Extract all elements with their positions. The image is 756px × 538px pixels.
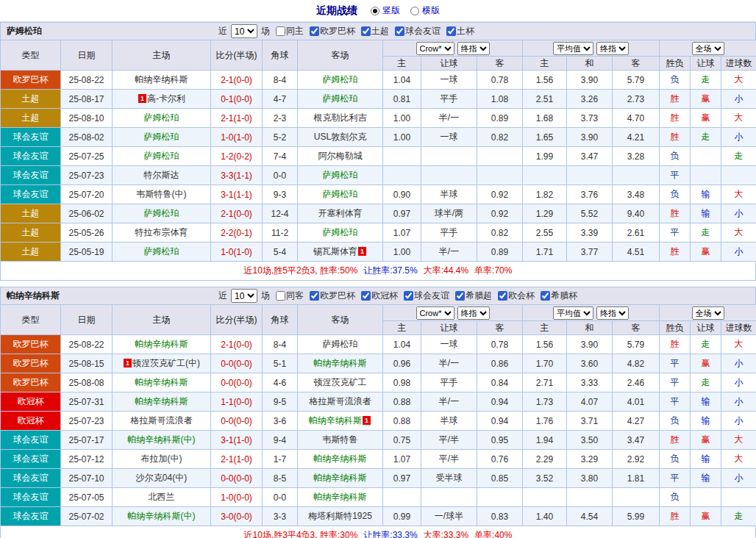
checkbox-input[interactable] (310, 291, 319, 301)
away-team-name[interactable]: 帕纳辛纳科斯 (314, 358, 367, 368)
score-cell[interactable]: 2-1(1-0) (211, 109, 263, 128)
checkbox-input[interactable] (455, 291, 465, 301)
away-team-name[interactable]: 帕纳辛纳科斯 (314, 492, 367, 502)
away-team-name[interactable]: 锡瓦斯体育 (313, 246, 357, 257)
filter-checkbox[interactable]: 希腊杯 (541, 290, 577, 302)
home-team-name[interactable]: 萨姆松珀 (144, 112, 179, 123)
home-team-name[interactable]: 萨姆松珀 (144, 246, 179, 257)
checkbox-input[interactable] (498, 291, 507, 301)
home-team-name[interactable]: 萨姆松珀 (144, 208, 179, 218)
score-cell[interactable]: 0-0(0-0) (211, 469, 263, 488)
odds-source-select[interactable]: 终指 (596, 42, 629, 55)
away-team-name[interactable]: 梅塔利斯特1925 (308, 511, 372, 521)
home-team-name[interactable]: 帕纳辛纳科斯 (135, 377, 188, 387)
checkbox-input[interactable] (404, 291, 413, 301)
score-cell[interactable]: 2-1(0-0) (211, 204, 263, 223)
filter-checkbox[interactable]: 同客 (276, 290, 304, 302)
home-team-name[interactable]: 萨姆松珀 (144, 132, 179, 142)
filter-checkbox[interactable]: 希腊超 (455, 290, 492, 302)
away-team-name[interactable]: 萨姆松珀 (323, 170, 358, 180)
away-team-name[interactable]: 萨姆松珀 (323, 93, 358, 104)
score-cell[interactable]: 0-0(0-0) (211, 412, 263, 431)
layout-radio-option[interactable]: 竖版 (371, 4, 400, 17)
score-cell[interactable]: 2-1(1-0) (211, 450, 263, 469)
away-team-name[interactable]: 格拉斯哥流浪者 (310, 396, 371, 406)
away-team-name[interactable]: 帕纳辛纳科斯 (314, 453, 367, 464)
checkbox-input[interactable] (276, 291, 285, 301)
odds-source-select[interactable]: 全场 (692, 42, 724, 55)
checkbox-input[interactable] (446, 26, 456, 36)
away-team-name[interactable]: 萨姆松珀 (323, 74, 358, 85)
checkbox-input[interactable] (361, 26, 371, 36)
away-team-name[interactable]: 开塞利体育 (318, 208, 363, 218)
checkbox-input[interactable] (310, 26, 319, 36)
home-team-name[interactable]: 帕纳辛纳科斯 (135, 74, 188, 85)
checkbox-input[interactable] (395, 26, 404, 36)
home-team-name[interactable]: 特拉布宗体育 (135, 227, 188, 237)
score-cell[interactable]: 0-1(0-0) (211, 90, 263, 109)
radio-icon[interactable] (410, 7, 419, 15)
away-team-name[interactable]: 阿尔梅勒城 (318, 151, 363, 161)
away-team-name[interactable]: 韦斯特鲁 (323, 434, 358, 445)
score-cell[interactable]: 1-0(0-0) (211, 488, 263, 507)
odds-source-select[interactable]: Crow* (416, 306, 454, 320)
layout-radio-option[interactable]: 横版 (410, 4, 440, 17)
score-cell[interactable]: 1-1(0-0) (211, 392, 263, 412)
odds-source-select[interactable]: 终指 (457, 306, 490, 320)
match-count-select[interactable]: 10 (231, 24, 257, 38)
odds-source-select[interactable]: 终指 (457, 42, 490, 55)
odds-source-select[interactable]: 终指 (596, 306, 629, 320)
score-cell[interactable]: 0-0(0-0) (211, 373, 263, 392)
filter-checkbox[interactable]: 土杯 (446, 25, 474, 37)
filter-checkbox[interactable]: 欧罗巴杯 (310, 25, 355, 37)
score-cell[interactable]: 0-0(0-0) (211, 354, 263, 373)
home-team-name[interactable]: 帕纳辛纳科斯 (135, 339, 188, 349)
odds-source-select[interactable]: Crow* (416, 42, 454, 55)
filter-checkbox[interactable]: 欧冠杯 (361, 290, 398, 302)
away-team-name[interactable]: 帕纳辛纳科斯 (309, 415, 362, 426)
home-team-name[interactable]: 沙尔克04(中) (136, 473, 187, 483)
home-team-name[interactable]: 帕纳辛纳科斯(中) (128, 434, 196, 445)
home-team-name[interactable]: 北西兰 (149, 492, 175, 502)
filter-checkbox[interactable]: 球会友谊 (404, 290, 449, 302)
radio-icon[interactable] (371, 7, 379, 15)
home-team-name[interactable]: 帕纳辛纳科斯(中) (128, 511, 196, 521)
score-cell[interactable]: 3-3(1-1) (211, 166, 263, 185)
home-team-name[interactable]: 帕纳辛纳科斯 (135, 396, 188, 406)
odds-source-select[interactable]: 全场 (692, 306, 724, 320)
away-team-name[interactable]: USL敦刻尔克 (314, 132, 366, 142)
checkbox-input[interactable] (361, 291, 371, 301)
odds-source-select[interactable]: 平均值 (553, 306, 593, 320)
filter-checkbox[interactable]: 欧会杯 (498, 290, 535, 302)
score-cell[interactable]: 1-2(0-2) (211, 147, 263, 166)
away-team-name[interactable]: 萨姆松珀 (323, 189, 358, 199)
score-cell[interactable]: 3-1(1-0) (211, 431, 263, 450)
away-team-name[interactable]: 帕纳辛纳科斯 (314, 473, 367, 483)
filter-checkbox[interactable]: 同主 (276, 25, 304, 37)
home-team-name[interactable]: 高-卡尔利 (147, 93, 185, 104)
filter-checkbox[interactable]: 欧罗巴杯 (310, 290, 355, 302)
score-cell[interactable]: 3-0(0-0) (211, 507, 263, 526)
home-team-name[interactable]: 韦斯特鲁(中) (137, 189, 187, 199)
away-team-name[interactable]: 根克勒比利吉 (314, 112, 367, 123)
home-team-name[interactable]: 萨姆松珀 (144, 151, 179, 161)
odds-source-select[interactable]: 平均值 (553, 42, 593, 55)
score-cell[interactable]: 1-0(1-0) (211, 243, 263, 262)
home-team-name[interactable]: 特尔斯达 (144, 170, 179, 180)
home-team-name[interactable]: 布拉加(中) (141, 453, 182, 464)
filter-checkbox[interactable]: 土超 (361, 25, 389, 37)
home-team-name[interactable]: 格拉斯哥流浪者 (131, 415, 193, 426)
filter-checkbox[interactable]: 球会友谊 (395, 25, 441, 37)
score-cell[interactable]: 3-1(1-1) (211, 185, 263, 204)
checkbox-input[interactable] (276, 26, 285, 36)
away-team-name[interactable]: 萨姆松珀 (323, 227, 358, 237)
checkbox-input[interactable] (541, 291, 550, 301)
home-team-name[interactable]: 顿涅茨克矿工(中) (132, 358, 200, 368)
away-team-name[interactable]: 萨姆松珀 (323, 339, 358, 349)
match-count-select[interactable]: 10 (231, 289, 257, 303)
score-cell[interactable]: 2-1(0-0) (211, 71, 263, 90)
score-cell[interactable]: 2-2(0-1) (211, 223, 263, 243)
score-cell[interactable]: 1-0(1-0) (211, 128, 263, 147)
away-team-name[interactable]: 顿涅茨克矿工 (314, 377, 367, 387)
score-cell[interactable]: 2-1(0-0) (211, 335, 263, 354)
